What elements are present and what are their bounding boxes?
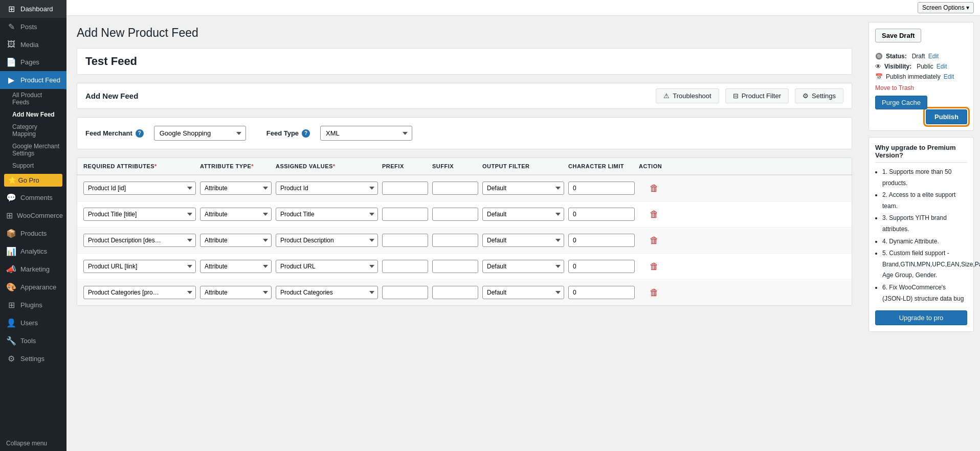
- warning-icon: ⚠: [663, 92, 670, 100]
- product-feed-icon: ▶: [6, 75, 16, 85]
- list-item: 1. Supports more than 50 products.: [882, 167, 967, 189]
- merchant-help-icon[interactable]: ?: [136, 129, 144, 138]
- output-filter-select-1[interactable]: Default: [482, 208, 564, 221]
- delete-row-button-2[interactable]: 🗑: [639, 235, 670, 246]
- sidebar-item-users[interactable]: 👤 Users: [0, 314, 66, 332]
- sidebar-item-all-feeds[interactable]: All Product Feeds: [6, 89, 66, 108]
- table-row: Product Description [des… Attribute Prod…: [77, 228, 852, 254]
- purge-cache-button[interactable]: Purge Cache: [875, 96, 927, 109]
- merchant-label: Feed Merchant ?: [85, 129, 144, 138]
- move-to-trash-link[interactable]: Move to Trash: [875, 84, 967, 92]
- sidebar-item-marketing[interactable]: 📣 Marketing: [0, 260, 66, 278]
- status-dot-icon: 🔘: [875, 53, 883, 60]
- attr-type-select-3[interactable]: Attribute: [200, 260, 272, 273]
- visibility-icon: 👁: [875, 63, 881, 70]
- required-attr-select-1[interactable]: Product Title [title]: [83, 208, 196, 221]
- sidebar-item-google-merchant[interactable]: Google Merchant Settings: [6, 140, 66, 160]
- sidebar-item-product-feed[interactable]: ▶ Product Feed: [0, 71, 66, 89]
- suffix-input-4[interactable]: [432, 286, 478, 299]
- publish-schedule-row: 📅 Publish immediately Edit: [875, 73, 967, 80]
- sidebar-item-support[interactable]: Support: [6, 160, 66, 172]
- status-edit-link[interactable]: Edit: [928, 53, 939, 60]
- delete-row-button-0[interactable]: 🗑: [639, 183, 670, 194]
- output-filter-select-3[interactable]: Default: [482, 260, 564, 273]
- upgrade-to-pro-button[interactable]: Upgrade to pro: [875, 310, 967, 325]
- media-icon: 🖼: [6, 40, 16, 49]
- sidebar-item-woocommerce[interactable]: ⊞ WooCommerce: [0, 207, 66, 224]
- type-help-icon[interactable]: ?: [302, 129, 310, 138]
- visibility-row: 👁 Visibility: Public Edit: [875, 63, 967, 70]
- sidebar-item-plugins[interactable]: ⊞ Plugins: [0, 296, 66, 314]
- feed-type-select[interactable]: XML CSV TSV: [320, 126, 412, 141]
- required-attr-select-2[interactable]: Product Description [des…: [83, 234, 196, 247]
- delete-row-button-1[interactable]: 🗑: [639, 209, 670, 220]
- sidebar-item-posts[interactable]: ✎ Posts: [0, 18, 66, 36]
- prefix-input-0[interactable]: [382, 182, 428, 195]
- publish-button[interactable]: Publish: [926, 109, 967, 124]
- char-limit-input-1[interactable]: [568, 208, 635, 221]
- output-filter-select-0[interactable]: Default: [482, 182, 564, 195]
- list-item: 4. Dynamic Attribute.: [882, 236, 967, 247]
- delete-row-button-3[interactable]: 🗑: [639, 261, 670, 272]
- sidebar-item-settings[interactable]: ⚙ Settings: [0, 350, 66, 368]
- collapse-menu[interactable]: Collapse menu: [0, 436, 66, 451]
- required-attr-select-0[interactable]: Product Id [id]: [83, 182, 196, 195]
- users-icon: 👤: [6, 318, 16, 328]
- prefix-input-4[interactable]: [382, 286, 428, 299]
- char-limit-input-3[interactable]: [568, 260, 635, 273]
- sidebar-item-category-mapping[interactable]: Category Mapping: [6, 121, 66, 140]
- attr-type-select-1[interactable]: Attribute: [200, 208, 272, 221]
- assigned-value-select-3[interactable]: Product URL: [276, 260, 378, 273]
- sidebar-item-pages[interactable]: 📄 Pages: [0, 53, 66, 71]
- output-filter-select-2[interactable]: Default: [482, 234, 564, 247]
- visibility-edit-link[interactable]: Edit: [937, 63, 947, 70]
- char-limit-input-4[interactable]: [568, 286, 635, 299]
- sidebar-item-analytics[interactable]: 📊 Analytics: [0, 242, 66, 260]
- sidebar-item-add-new-feed[interactable]: Add New Feed: [6, 108, 66, 121]
- suffix-input-2[interactable]: [432, 234, 478, 247]
- troubleshoot-button[interactable]: ⚠ Troubleshoot: [656, 88, 719, 103]
- screen-options-button[interactable]: Screen Options ▾: [918, 2, 974, 13]
- output-filter-select-4[interactable]: Default: [482, 286, 564, 299]
- assigned-value-select-2[interactable]: Product Description: [276, 234, 378, 247]
- publish-edit-link[interactable]: Edit: [944, 73, 954, 80]
- sidebar-item-go-pro[interactable]: ⭐ Go Pro: [4, 174, 62, 187]
- sidebar-item-dashboard[interactable]: ⊞ Dashboard: [0, 0, 66, 18]
- sidebar-item-media[interactable]: 🖼 Media: [0, 36, 66, 53]
- sidebar-item-tools[interactable]: 🔧 Tools: [0, 332, 66, 350]
- attr-type-select-4[interactable]: Attribute: [200, 286, 272, 299]
- suffix-input-0[interactable]: [432, 182, 478, 195]
- filter-icon: ⊟: [733, 92, 739, 100]
- prefix-input-3[interactable]: [382, 260, 428, 273]
- sidebar-item-products[interactable]: 📦 Products: [0, 224, 66, 242]
- assigned-value-select-4[interactable]: Product Categories: [276, 286, 378, 299]
- prefix-input-2[interactable]: [382, 234, 428, 247]
- header-char-limit: CHARACTER LIMIT: [568, 163, 635, 169]
- save-draft-button[interactable]: Save Draft: [875, 29, 921, 42]
- assigned-value-select-0[interactable]: Product Id: [276, 182, 378, 195]
- sidebar-item-appearance[interactable]: 🎨 Appearance: [0, 278, 66, 296]
- attr-type-select-0[interactable]: Attribute: [200, 182, 272, 195]
- char-limit-input-0[interactable]: [568, 182, 635, 195]
- tools-icon: 🔧: [6, 336, 16, 346]
- prefix-input-1[interactable]: [382, 208, 428, 221]
- sidebar-item-comments[interactable]: 💬 Comments: [0, 189, 66, 207]
- settings-button[interactable]: ⚙ Settings: [795, 88, 843, 103]
- list-item: 5. Custom field support - Brand,GTIN,MPN…: [882, 248, 967, 281]
- premium-list: 1. Supports more than 50 products. 2. Ac…: [875, 167, 967, 304]
- required-attr-select-3[interactable]: Product URL [link]: [83, 260, 196, 273]
- suffix-input-1[interactable]: [432, 208, 478, 221]
- char-limit-input-2[interactable]: [568, 234, 635, 247]
- feed-config-row: Feed Merchant ? Google Shopping Facebook…: [77, 117, 852, 149]
- marketing-icon: 📣: [6, 264, 16, 274]
- delete-row-button-4[interactable]: 🗑: [639, 287, 670, 298]
- product-filter-button[interactable]: ⊟ Product Filter: [725, 88, 789, 103]
- assigned-value-select-1[interactable]: Product Title: [276, 208, 378, 221]
- list-item: 2. Access to a elite support team.: [882, 190, 967, 212]
- center-content: Add New Product Feed Test Feed Add New F…: [66, 16, 862, 451]
- required-attr-select-4[interactable]: Product Categories [pro…: [83, 286, 196, 299]
- suffix-input-3[interactable]: [432, 260, 478, 273]
- pages-icon: 📄: [6, 57, 16, 67]
- merchant-select[interactable]: Google Shopping Facebook Amazon: [154, 126, 246, 141]
- attr-type-select-2[interactable]: Attribute: [200, 234, 272, 247]
